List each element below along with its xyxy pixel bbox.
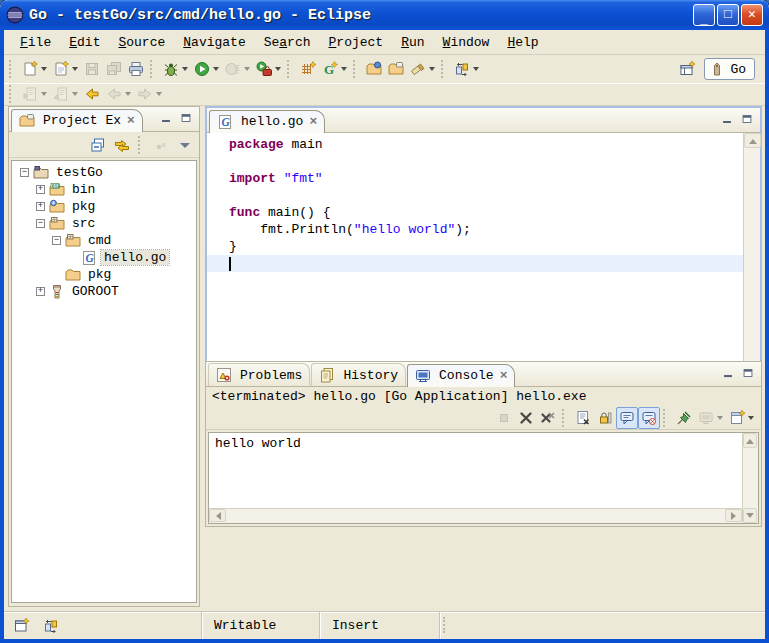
- tree-item-pkg[interactable]: pkg: [12, 266, 196, 283]
- show-stdout-button[interactable]: [616, 407, 638, 429]
- menu-file[interactable]: File: [12, 33, 59, 52]
- close-view-icon[interactable]: ×: [127, 113, 135, 128]
- tree-item-testGo[interactable]: −testGo: [12, 164, 196, 181]
- fast-view-button[interactable]: [10, 615, 32, 637]
- tree-item-bin[interactable]: +010bin: [12, 181, 196, 198]
- dropdown-arrow-icon[interactable]: [125, 92, 131, 96]
- toolbar-grip[interactable]: [9, 85, 16, 103]
- go-perspective-button[interactable]: Go: [704, 58, 755, 80]
- forward-button: [134, 83, 165, 105]
- tree-item-pkg[interactable]: +pkg: [12, 198, 196, 215]
- maximize-view-button[interactable]: [738, 111, 756, 127]
- dropdown-arrow-icon[interactable]: [182, 67, 188, 71]
- pin-console-button[interactable]: [673, 407, 695, 429]
- close-button[interactable]: ✕: [741, 4, 763, 26]
- menu-search[interactable]: Search: [256, 33, 319, 52]
- remove-all-terminated-button[interactable]: [537, 407, 559, 429]
- collapse-all-button[interactable]: [87, 134, 109, 156]
- menu-navigate[interactable]: Navigate: [175, 33, 253, 52]
- dropdown-arrow-icon[interactable]: [41, 67, 47, 71]
- new-plugin-icon: [300, 61, 316, 77]
- dropdown-arrow-icon[interactable]: [72, 67, 78, 71]
- project-tree[interactable]: −testGo+010bin+pkg−src−cmdGhello.gopkg+G…: [11, 160, 197, 603]
- new-plugin-button[interactable]: [297, 58, 319, 80]
- collapse-toggle-icon[interactable]: −: [52, 236, 61, 245]
- search-button[interactable]: [407, 58, 438, 80]
- menu-source[interactable]: Source: [110, 33, 173, 52]
- collapse-toggle-icon[interactable]: −: [36, 219, 45, 228]
- dropdown-arrow-icon[interactable]: [72, 92, 78, 96]
- minimize-view-button[interactable]: [718, 111, 736, 127]
- open-go-type-button[interactable]: [363, 58, 385, 80]
- close-editor-icon[interactable]: ×: [309, 114, 317, 129]
- print-button[interactable]: [125, 58, 147, 80]
- menu-run[interactable]: Run: [393, 33, 432, 52]
- menu-edit[interactable]: Edit: [61, 33, 108, 52]
- dropdown-arrow-icon[interactable]: [748, 416, 754, 420]
- close-view-icon[interactable]: ×: [500, 368, 508, 383]
- toolbar-separator: [150, 60, 157, 78]
- tab-hello-go[interactable]: G hello.go ×: [209, 110, 325, 133]
- new-go-element-button[interactable]: G: [319, 58, 350, 80]
- clear-console-icon: [575, 410, 591, 426]
- minimize-view-button[interactable]: [719, 365, 737, 381]
- tab-history[interactable]: History: [311, 363, 406, 386]
- open-perspective-button[interactable]: [676, 58, 698, 80]
- dropdown-arrow-icon[interactable]: [156, 92, 162, 96]
- scroll-right-button[interactable]: [725, 509, 742, 522]
- tab-problems[interactable]: Problems: [208, 363, 310, 386]
- dropdown-arrow-icon[interactable]: [341, 67, 347, 71]
- dropdown-arrow-icon[interactable]: [213, 67, 219, 71]
- open-resource-button[interactable]: [385, 58, 407, 80]
- minimize-view-button[interactable]: [157, 110, 175, 126]
- tab-console[interactable]: Console×: [407, 364, 515, 387]
- scroll-lock-button[interactable]: [594, 407, 616, 429]
- view-menu-button[interactable]: [174, 134, 196, 156]
- menu-project[interactable]: Project: [321, 33, 392, 52]
- clear-console-button[interactable]: [572, 407, 594, 429]
- link-with-editor-button[interactable]: [111, 134, 133, 156]
- dropdown-arrow-icon[interactable]: [717, 416, 723, 420]
- new-wizard-button[interactable]: [19, 58, 50, 80]
- collapse-toggle-icon[interactable]: −: [20, 168, 29, 177]
- console-hscrollbar[interactable]: [209, 508, 742, 523]
- dropdown-arrow-icon[interactable]: [41, 92, 47, 96]
- show-stderr-button[interactable]: [638, 407, 660, 429]
- expand-toggle-icon[interactable]: +: [36, 185, 45, 194]
- dropdown-arrow-icon[interactable]: [429, 67, 435, 71]
- scroll-up-button[interactable]: [743, 433, 757, 448]
- expand-toggle-icon[interactable]: +: [36, 202, 45, 211]
- debug-button[interactable]: [160, 58, 191, 80]
- toolbar-separator: [287, 60, 294, 78]
- tree-item-hello-go[interactable]: Ghello.go: [12, 249, 196, 266]
- last-edit-location-button[interactable]: [81, 83, 103, 105]
- menu-window[interactable]: Window: [435, 33, 498, 52]
- synchronize-button[interactable]: [451, 58, 482, 80]
- scroll-left-button[interactable]: [209, 509, 226, 522]
- minimize-button[interactable]: _: [693, 4, 715, 26]
- code-line: [207, 187, 743, 204]
- console-vscrollbar[interactable]: [742, 433, 758, 523]
- dropdown-arrow-icon[interactable]: [275, 67, 281, 71]
- tree-item-GOROOT[interactable]: +GOROOT: [12, 283, 196, 300]
- dropdown-arrow-icon[interactable]: [244, 67, 250, 71]
- menu-help[interactable]: Help: [499, 33, 546, 52]
- tree-item-cmd[interactable]: −cmd: [12, 232, 196, 249]
- remove-launch-button[interactable]: [515, 407, 537, 429]
- toolbar-grip[interactable]: [9, 60, 16, 78]
- maximize-view-button[interactable]: [177, 110, 195, 126]
- expand-toggle-icon[interactable]: +: [36, 287, 45, 296]
- run-button[interactable]: [191, 58, 222, 80]
- scroll-down-button[interactable]: [743, 508, 757, 523]
- synchronize-button[interactable]: [40, 615, 62, 637]
- maximize-button[interactable]: □: [717, 4, 739, 26]
- tree-item-src[interactable]: −src: [12, 215, 196, 232]
- open-console-button[interactable]: [726, 407, 757, 429]
- new-go-file-button[interactable]: [50, 58, 81, 80]
- view-filter-icon: [153, 137, 169, 153]
- run-external-button[interactable]: [253, 58, 284, 80]
- dropdown-arrow-icon[interactable]: [473, 67, 479, 71]
- scroll-up-button[interactable]: [744, 133, 761, 148]
- maximize-view-button[interactable]: [739, 365, 757, 381]
- tab-project-explorer[interactable]: Project Ex ×: [11, 109, 143, 132]
